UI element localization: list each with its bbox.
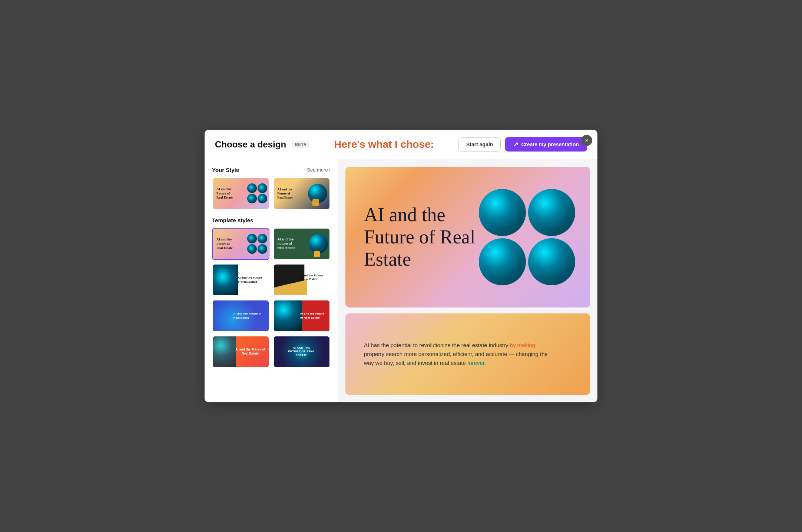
thumb-warm[interactable]: AI and theFuture ofReal Estate bbox=[212, 177, 269, 210]
thumb-1-text: AI and theFuture ofReal Estate bbox=[216, 187, 233, 200]
preview-main-card[interactable]: AI and the Future of Real Estate bbox=[345, 167, 590, 307]
thumb-3-image bbox=[247, 234, 267, 254]
thumb-4-text: AI and theFuture ofReal Estate bbox=[278, 237, 296, 250]
thumb-2-badge bbox=[312, 199, 319, 206]
thumb-purple-warm[interactable]: AI and theFuture ofReal Estate bbox=[212, 228, 269, 260]
template-styles-header: Template styles bbox=[212, 217, 330, 223]
create-presentation-button[interactable]: ↗ Create my presentation bbox=[505, 137, 587, 152]
your-style-grid: AI and theFuture ofReal Estate bbox=[212, 177, 330, 210]
thumb-1-image bbox=[247, 183, 267, 203]
thumb-10-text: AI AND THE FUTURE OF REAL ESTATE bbox=[288, 346, 315, 357]
modal-title: Choose a design bbox=[215, 139, 286, 150]
preview-subtitle-card[interactable]: AI has the potential to revolutionize th… bbox=[345, 313, 590, 395]
thumb-2-inner: AI and theFuture ofReal Estate bbox=[274, 178, 330, 209]
thumb-6-inner: AI and the Future of Real Estate bbox=[274, 265, 330, 295]
thumb-5-text: AI and the Future of Real Estate bbox=[238, 276, 265, 284]
thumb-2-text: AI and theFuture ofReal Estate bbox=[278, 187, 293, 200]
thumb-dark-red[interactable]: AI and the Future of Real Estate bbox=[273, 300, 331, 332]
preview-quad-2 bbox=[528, 189, 575, 236]
modal: Choose a design BETA Here's what I chose… bbox=[205, 130, 597, 402]
header-center: Here's what I chose: bbox=[315, 139, 453, 150]
modal-overlay: Choose a design BETA Here's what I chose… bbox=[0, 0, 802, 532]
template-styles-title: Template styles bbox=[212, 217, 253, 223]
start-again-button[interactable]: Start again bbox=[458, 137, 501, 152]
thumb-blue[interactable]: AI and the Future of Real Estate bbox=[212, 300, 269, 332]
thumb-7-text: AI and the Future of Real Estate bbox=[233, 312, 264, 320]
beta-badge: BETA bbox=[292, 141, 309, 148]
thumb-white-dark[interactable]: AI and the Future of Real Estate bbox=[212, 264, 269, 296]
left-panel: Your Style See more › AI and theFuture o… bbox=[205, 159, 338, 402]
your-style-title: Your Style bbox=[212, 167, 239, 173]
highlight-forever: forever. bbox=[467, 360, 486, 366]
preview-main-title: AI and the Future of Real Estate bbox=[364, 204, 478, 270]
thumb-5-darkpart bbox=[213, 265, 238, 295]
thumb-7-inner: AI and the Future of Real Estate bbox=[213, 300, 269, 331]
right-panel: AI and the Future of Real Estate AI h bbox=[338, 159, 597, 402]
preview-main-bg: AI and the Future of Real Estate bbox=[345, 167, 590, 307]
thumb-9-inner: AI and the Future of Real Estate bbox=[213, 336, 269, 367]
thumb-8-darkpart bbox=[274, 300, 302, 331]
thumb-peach-navy[interactable]: AI and theFuture ofReal Estate bbox=[273, 177, 331, 210]
thumb-3-inner: AI and theFuture ofReal Estate bbox=[213, 229, 269, 259]
thumb-4-image bbox=[309, 234, 328, 253]
preview-quad-1 bbox=[479, 189, 526, 236]
thumb-9-text: AI and the Future of Real Estate bbox=[235, 348, 266, 356]
modal-body: Your Style See more › AI and theFuture o… bbox=[205, 159, 597, 402]
header-actions: Start again ↗ Create my presentation bbox=[458, 137, 587, 152]
thumb-1-inner: AI and theFuture ofReal Estate bbox=[213, 178, 269, 209]
thumb-3-text: AI and theFuture ofReal Estate bbox=[216, 237, 233, 250]
preview-quad-3 bbox=[479, 238, 526, 285]
preview-subtitle-text: AI has the potential to revolutionize th… bbox=[364, 341, 549, 368]
highlight-making: by making bbox=[510, 342, 535, 348]
close-button[interactable]: × bbox=[581, 135, 592, 146]
thumb-dark-green[interactable]: AI and theFuture ofReal Estate bbox=[273, 228, 331, 260]
thumb-6-text: AI and the Future of Real Estate bbox=[299, 274, 327, 282]
thumb-9-image bbox=[213, 336, 236, 367]
modal-header: Choose a design BETA Here's what I chose… bbox=[205, 130, 597, 159]
thumb-white-gold[interactable]: AI and the Future of Real Estate bbox=[273, 264, 331, 296]
preview-quad-4 bbox=[528, 238, 575, 285]
external-link-icon: ↗ bbox=[513, 141, 518, 148]
thumb-10-inner: AI AND THE FUTURE OF REAL ESTATE bbox=[274, 336, 330, 367]
see-more-button[interactable]: See more › bbox=[307, 167, 330, 173]
preview-subtitle-bg: AI has the potential to revolutionize th… bbox=[345, 313, 590, 395]
thumb-4-inner: AI and theFuture ofReal Estate bbox=[274, 229, 330, 259]
thumb-dark-navy[interactable]: AI AND THE FUTURE OF REAL ESTATE bbox=[273, 336, 331, 368]
thumb-5-inner: AI and the Future of Real Estate bbox=[213, 265, 269, 295]
thumb-8-inner: AI and the Future of Real Estate bbox=[274, 300, 330, 331]
thumb-8-text: AI and the Future of Real Estate bbox=[300, 312, 328, 320]
thumb-orange-red[interactable]: AI and the Future of Real Estate bbox=[212, 336, 269, 368]
thumb-4-badge bbox=[314, 251, 320, 257]
your-style-header: Your Style See more › bbox=[212, 167, 330, 173]
here-what-label: Here's what I chose: bbox=[334, 139, 434, 150]
preview-robot-image bbox=[479, 189, 575, 285]
template-styles-grid: AI and theFuture ofReal Estate bbox=[212, 228, 330, 368]
